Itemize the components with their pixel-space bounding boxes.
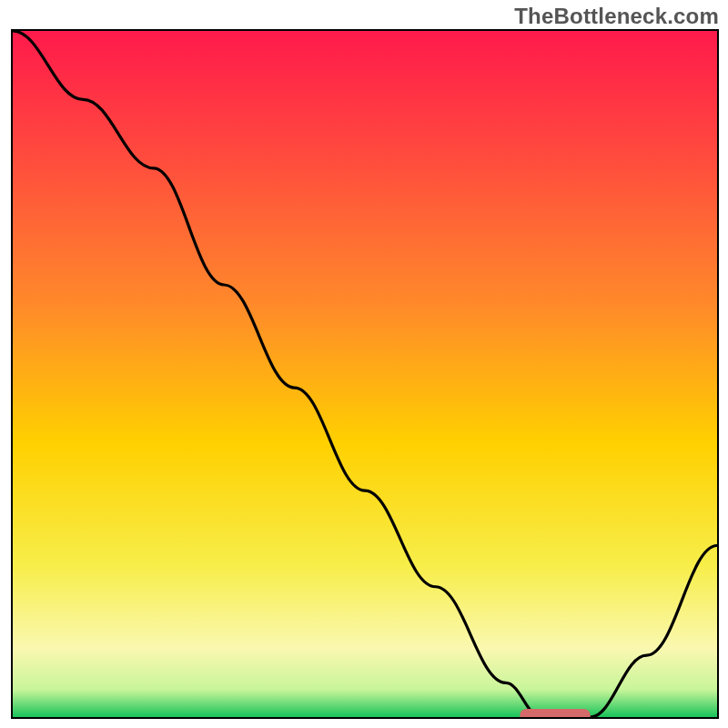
watermark-text: TheBottleneck.com	[514, 4, 719, 29]
chart-frame: TheBottleneck.com	[0, 0, 728, 728]
plot-border	[11, 29, 719, 719]
optimal-range-marker	[520, 709, 590, 717]
plot-area	[13, 31, 717, 717]
chart-svg	[13, 31, 717, 717]
